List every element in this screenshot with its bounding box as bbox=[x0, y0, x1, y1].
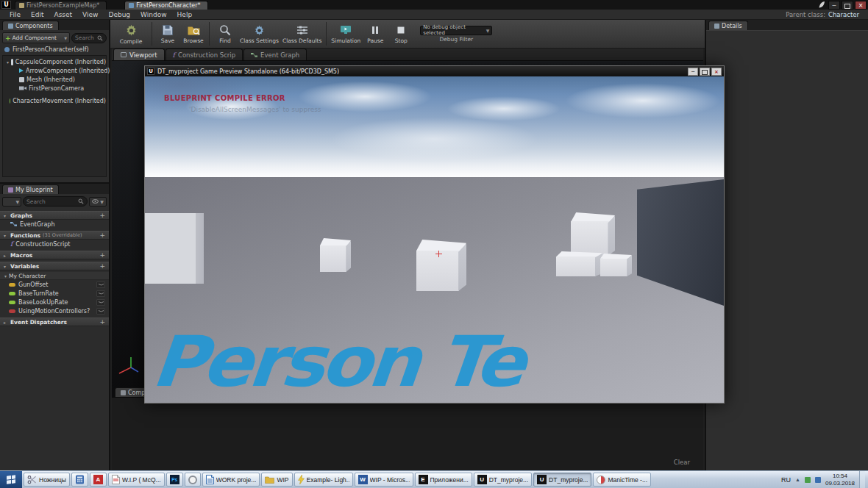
menu-debug[interactable]: Debug bbox=[103, 11, 135, 18]
taskbar-item-unreal-editor[interactable]: U DT_myproje... bbox=[474, 473, 532, 487]
function-icon: f bbox=[173, 52, 175, 58]
variable-row-baselookuprate[interactable]: BaseLookUpRate bbox=[0, 298, 109, 306]
variable-category-row[interactable]: ▾ My Character bbox=[0, 272, 109, 280]
clear-button[interactable]: Clear bbox=[674, 459, 690, 466]
add-dispatcher-button[interactable]: + bbox=[99, 318, 105, 326]
taskbar-item-example-lighting[interactable]: Example- Ligh... bbox=[294, 473, 353, 487]
class-defaults-button[interactable]: Class Defaults bbox=[281, 21, 323, 48]
section-macros[interactable]: ▸ Macros + bbox=[0, 251, 109, 259]
add-variable-button[interactable]: + bbox=[99, 262, 105, 270]
class-settings-button[interactable]: Class Settings bbox=[238, 21, 280, 48]
add-component-button[interactable]: + Add Component ▼ bbox=[2, 32, 70, 43]
components-search-input[interactable] bbox=[75, 35, 96, 41]
chevron-down-icon: ▼ bbox=[64, 36, 67, 40]
expander-icon[interactable]: ▾ bbox=[4, 264, 8, 269]
debug-object-dropdown[interactable]: No debug object selected ▼ bbox=[420, 26, 492, 35]
event-graph-item[interactable]: EventGraph bbox=[0, 220, 109, 229]
eye-closed-icon[interactable] bbox=[96, 308, 105, 315]
section-event-dispatchers[interactable]: ▸ Event Dispatchers + bbox=[0, 317, 109, 326]
menu-file[interactable]: File bbox=[4, 11, 26, 18]
add-graph-button[interactable]: + bbox=[99, 212, 105, 219]
taskbar-item-work-project[interactable]: WORK proje... bbox=[202, 473, 260, 487]
taskbar-item-photoshop[interactable]: Ps bbox=[166, 473, 183, 487]
menu-help[interactable]: Help bbox=[172, 11, 198, 18]
minimize-button[interactable]: ─ bbox=[828, 1, 840, 10]
parent-class-value[interactable]: Character bbox=[828, 11, 859, 18]
expander-icon[interactable]: ▸ bbox=[4, 253, 8, 258]
component-row-movement[interactable]: CharacterMovement (Inherited) bbox=[3, 96, 106, 105]
construction-script-item[interactable]: f ConstructionScript bbox=[0, 240, 109, 248]
expander-icon[interactable]: ▾ bbox=[4, 273, 7, 279]
find-button[interactable]: Find bbox=[213, 21, 238, 48]
taskbar-item-wip-folder[interactable]: WIP bbox=[261, 473, 292, 487]
expander-icon[interactable]: ▸ bbox=[4, 320, 8, 325]
stop-button[interactable]: Stop bbox=[388, 21, 413, 48]
taskbar-item-adobe[interactable]: A bbox=[90, 473, 107, 487]
tab-viewport[interactable]: Viewport bbox=[113, 49, 165, 60]
compile-button[interactable]: Compile bbox=[113, 21, 149, 48]
taskbar-item-calculator[interactable] bbox=[71, 473, 88, 487]
tab-components[interactable]: Components bbox=[2, 21, 59, 30]
component-row-capsule[interactable]: ▾ CapsuleComponent (Inherited) bbox=[3, 57, 106, 66]
tab-firstpersoncharacter[interactable]: FirstPersonCharacter* bbox=[124, 1, 207, 10]
variable-row-usingmotioncontrollers[interactable]: UsingMotionControllers? bbox=[0, 306, 109, 315]
close-button[interactable]: × bbox=[711, 68, 722, 76]
eye-closed-icon[interactable] bbox=[96, 290, 105, 297]
tab-construction-script[interactable]: f Construction Scrip bbox=[166, 49, 243, 60]
start-button[interactable] bbox=[0, 471, 22, 488]
component-row-mesh[interactable]: Mesh (Inherited) bbox=[3, 75, 106, 84]
game-viewport[interactable]: Person Te BLUEPRINT COMPILE ERROR 'Disab… bbox=[145, 76, 724, 403]
close-button[interactable]: × bbox=[855, 1, 867, 10]
taskbar-item-circle-app[interactable] bbox=[185, 473, 201, 487]
tab-details[interactable]: Details bbox=[708, 21, 748, 30]
menu-edit[interactable]: Edit bbox=[26, 11, 49, 18]
eye-closed-icon[interactable] bbox=[96, 299, 105, 306]
minimize-button[interactable]: ─ bbox=[688, 68, 698, 76]
restore-button[interactable] bbox=[842, 1, 853, 10]
language-indicator[interactable]: RU bbox=[781, 476, 791, 484]
photoshop-icon: Ps bbox=[170, 475, 179, 484]
section-variables[interactable]: ▾ Variables + bbox=[0, 262, 109, 270]
taskbar-item-unreal-preview[interactable]: U DT_myproje... bbox=[533, 473, 591, 487]
component-self-row[interactable]: FirstPersonCharacter(self) bbox=[0, 45, 109, 54]
show-desktop-button[interactable] bbox=[859, 471, 865, 488]
tray-icon[interactable] bbox=[805, 477, 811, 483]
tab-event-graph[interactable]: Event Graph bbox=[243, 49, 307, 60]
variable-row-gunoffset[interactable]: GunOffset bbox=[0, 280, 109, 289]
chevron-down-icon: ▼ bbox=[100, 199, 104, 204]
taskbar-item-word[interactable]: W WIP - Micros... bbox=[355, 473, 413, 487]
preview-title-bar[interactable]: U DT_myproject Game Preview Standalone (… bbox=[145, 66, 724, 76]
expander-icon[interactable]: ▾ bbox=[4, 233, 8, 238]
tab-firstpersonexamplemap[interactable]: FirstPersonExampleMap* bbox=[15, 1, 107, 10]
hidden-icons-button[interactable]: ▲ bbox=[795, 477, 800, 482]
my-blueprint-search-input[interactable] bbox=[26, 198, 77, 205]
save-button[interactable]: Save bbox=[155, 21, 180, 48]
taskbar-item-wip-doc[interactable]: W.I.P ( McQ... bbox=[108, 473, 165, 487]
component-row-arrow[interactable]: ArrowComponent (Inherited) bbox=[3, 66, 106, 75]
simulation-button[interactable]: Simulation bbox=[330, 21, 362, 48]
expander-icon[interactable]: ▾ bbox=[4, 213, 8, 218]
menu-window[interactable]: Window bbox=[135, 11, 172, 18]
menu-view[interactable]: View bbox=[77, 11, 103, 18]
tab-my-blueprint[interactable]: My Blueprint bbox=[2, 184, 59, 194]
eye-closed-icon[interactable] bbox=[96, 281, 105, 288]
browse-button[interactable]: Browse bbox=[181, 21, 206, 48]
taskbar-item-snipping-tool[interactable]: Ножницы bbox=[24, 473, 70, 487]
pause-button[interactable]: Pause bbox=[363, 21, 388, 48]
component-row-camera[interactable]: FirstPersonCamera bbox=[3, 84, 106, 93]
clock[interactable]: 10:54 09.03.2018 bbox=[825, 473, 855, 487]
tray-icon[interactable] bbox=[815, 477, 821, 483]
menu-asset[interactable]: Asset bbox=[49, 11, 78, 18]
maximize-button[interactable] bbox=[700, 68, 710, 76]
section-graphs[interactable]: ▾ Graphs + bbox=[0, 211, 109, 220]
variable-row-baseturnrate[interactable]: BaseTurnRate bbox=[0, 289, 109, 298]
section-functions[interactable]: ▾ Functions (31 Overridable) + bbox=[0, 231, 109, 240]
add-macro-button[interactable]: + bbox=[99, 251, 105, 259]
expander-icon[interactable]: ▾ bbox=[7, 60, 9, 65]
taskbar-item-epic-launcher[interactable]: E Приложени... bbox=[415, 473, 472, 487]
variable-label: BaseLookUpRate bbox=[18, 299, 68, 306]
taskbar-item-manictime[interactable]: ManicTime -... bbox=[593, 473, 651, 487]
filter-dropdown[interactable]: ▼ bbox=[2, 197, 21, 207]
visibility-filter-button[interactable]: ▼ bbox=[89, 197, 107, 207]
add-function-button[interactable]: + bbox=[99, 232, 105, 239]
